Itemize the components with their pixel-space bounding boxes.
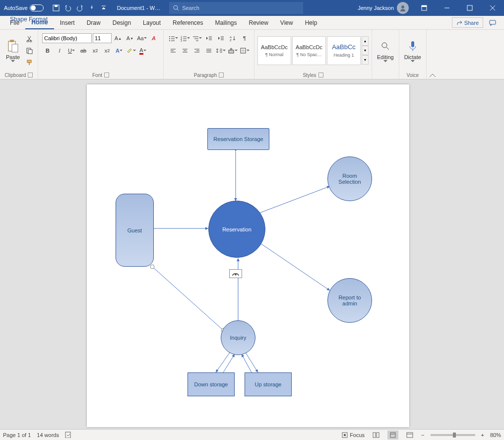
word-count[interactable]: 14 words: [37, 432, 59, 438]
decrease-indent-button[interactable]: [203, 33, 214, 44]
touch-mode-button[interactable]: [86, 2, 97, 13]
shape-up-storage[interactable]: Up storage: [245, 372, 292, 396]
spell-check-icon[interactable]: [65, 431, 72, 439]
shading-button[interactable]: [227, 45, 238, 56]
grow-font-button[interactable]: A▲: [113, 33, 124, 44]
styles-scroll[interactable]: ▴▾▾: [362, 36, 369, 65]
svg-rect-78: [65, 432, 70, 438]
zoom-in-button[interactable]: +: [481, 432, 484, 438]
tab-layout[interactable]: Layout: [137, 16, 167, 29]
styles-launcher[interactable]: [318, 73, 323, 77]
italic-button[interactable]: I: [54, 45, 65, 56]
page-indicator[interactable]: Page 1 of 1: [3, 432, 31, 438]
bold-button[interactable]: B: [42, 45, 53, 56]
tab-view[interactable]: View: [274, 16, 299, 29]
style-heading1[interactable]: AaBbCcHeading 1: [327, 36, 361, 65]
search-box[interactable]: Search: [169, 2, 303, 14]
style-no-spacing[interactable]: AaBbCcDc¶ No Spac…: [292, 36, 326, 65]
underline-button[interactable]: U: [66, 45, 77, 56]
justify-button[interactable]: [203, 45, 214, 56]
font-name-select[interactable]: [42, 33, 92, 43]
bullets-button[interactable]: [168, 33, 179, 44]
svg-rect-8: [467, 5, 472, 10]
change-case-button[interactable]: Aa: [136, 33, 147, 44]
borders-button[interactable]: [239, 45, 250, 56]
font-launcher[interactable]: [104, 73, 109, 77]
superscript-button[interactable]: x2: [102, 45, 113, 56]
font-color-button[interactable]: A: [137, 45, 148, 56]
tab-mailings[interactable]: Mailings: [209, 16, 243, 29]
sort-button[interactable]: AZ: [227, 33, 238, 44]
zoom-slider[interactable]: [431, 434, 475, 436]
read-mode-button[interactable]: [371, 431, 381, 440]
tab-review[interactable]: Review: [243, 16, 274, 29]
cut-button[interactable]: [24, 33, 35, 44]
shape-report-to-admin[interactable]: Report to admin: [327, 278, 372, 323]
align-center-button[interactable]: [180, 45, 190, 56]
svg-line-3: [177, 9, 179, 10]
shape-inquiry[interactable]: Inquiry: [221, 320, 255, 355]
paste-button[interactable]: Paste: [3, 38, 23, 63]
strikethrough-button[interactable]: ab: [78, 45, 89, 56]
collapse-ribbon-button[interactable]: [427, 30, 439, 79]
ribbon-display-button[interactable]: [413, 0, 436, 16]
svg-point-4: [401, 5, 404, 8]
layout-options-popup[interactable]: [229, 269, 242, 278]
line-spacing-button[interactable]: [215, 45, 226, 56]
clipboard-launcher[interactable]: [28, 73, 33, 77]
copy-button[interactable]: [24, 45, 35, 56]
shape-room-selection[interactable]: Room Selection: [327, 156, 372, 201]
font-size-select[interactable]: [93, 33, 112, 43]
customize-qat-button[interactable]: [98, 2, 109, 13]
tab-shape-format[interactable]: Shape Format: [4, 16, 54, 23]
style-normal[interactable]: AaBbCcDc¶ Normal: [257, 36, 291, 65]
paragraph-launcher[interactable]: [219, 73, 224, 77]
show-marks-button[interactable]: ¶: [239, 33, 250, 44]
web-layout-button[interactable]: [404, 431, 415, 440]
text-effects-button[interactable]: A: [114, 45, 125, 56]
increase-indent-button[interactable]: [215, 33, 226, 44]
group-editing: Editing: [372, 30, 399, 79]
numbering-button[interactable]: 123: [180, 33, 190, 44]
svg-line-63: [386, 47, 389, 50]
minimize-button[interactable]: [436, 0, 458, 16]
align-left-button[interactable]: [168, 45, 179, 56]
dictate-button[interactable]: Dictate: [402, 38, 423, 63]
undo-button[interactable]: [63, 2, 73, 13]
subscript-button[interactable]: x2: [90, 45, 101, 56]
autosave-toggle[interactable]: AutoSave: [0, 4, 48, 11]
maximize-button[interactable]: [458, 0, 481, 16]
zoom-level[interactable]: 80%: [490, 432, 501, 438]
comments-button[interactable]: [485, 16, 500, 29]
shape-down-storage[interactable]: Down storage: [188, 372, 235, 396]
redo-button[interactable]: [74, 2, 85, 13]
svg-line-73: [246, 353, 258, 372]
shrink-font-button[interactable]: A▼: [125, 33, 135, 44]
focus-mode-button[interactable]: Focus: [342, 432, 365, 438]
close-button[interactable]: [481, 0, 504, 16]
multilevel-list-button[interactable]: [191, 33, 202, 44]
tab-help[interactable]: Help: [299, 16, 323, 29]
tab-draw[interactable]: Draw: [81, 16, 107, 29]
clear-formatting-button[interactable]: A: [148, 33, 159, 44]
tab-references[interactable]: References: [167, 16, 209, 29]
highlight-button[interactable]: [126, 45, 136, 56]
document-area[interactable]: Reservation Storage Room Selection Guest…: [0, 79, 504, 429]
shape-reservation[interactable]: Reservation: [208, 201, 265, 258]
format-painter-button[interactable]: [24, 57, 35, 68]
shape-reservation-storage[interactable]: Reservation Storage: [207, 128, 269, 150]
search-placeholder: Search: [182, 5, 199, 11]
save-button[interactable]: [51, 2, 62, 13]
shape-guest[interactable]: Guest: [116, 194, 154, 267]
share-button[interactable]: Share: [452, 17, 483, 28]
print-layout-button[interactable]: [387, 431, 398, 440]
group-font: A▲ A▼ Aa A B I U ab x2 x2 A A Font: [38, 30, 164, 79]
tab-design[interactable]: Design: [107, 16, 137, 29]
svg-rect-6: [422, 5, 427, 7]
ribbon-tabs: File Home Insert Draw Design Layout Refe…: [0, 16, 504, 30]
align-right-button[interactable]: [191, 45, 202, 56]
tab-insert[interactable]: Insert: [54, 16, 81, 29]
editing-button[interactable]: Editing: [375, 38, 396, 63]
user-account[interactable]: Jenny Jackson: [354, 2, 413, 14]
zoom-out-button[interactable]: −: [421, 432, 424, 438]
